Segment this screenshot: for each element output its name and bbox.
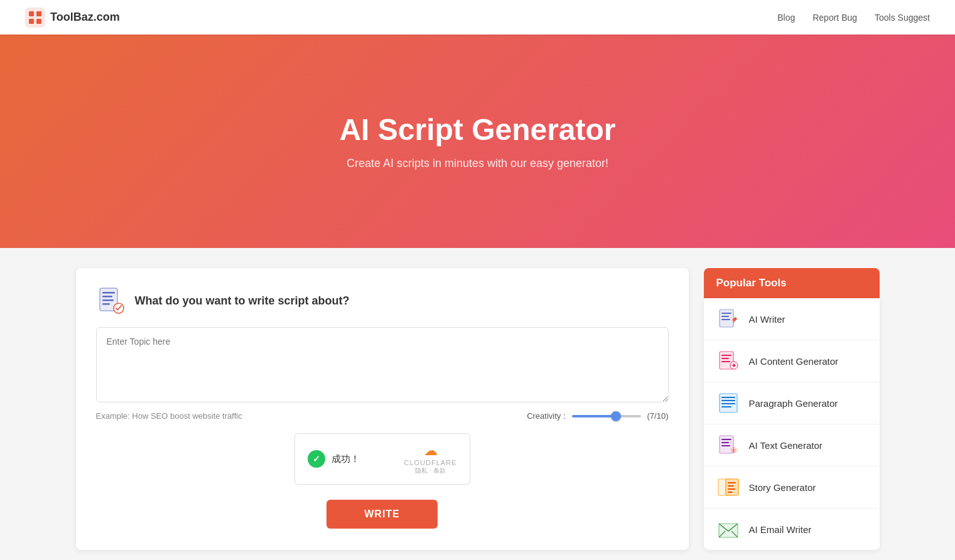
svg-rect-35 bbox=[726, 479, 738, 495]
sidebar-item-ai-text-generator[interactable]: T AI Text Generator bbox=[704, 424, 880, 466]
svg-rect-18 bbox=[721, 358, 729, 359]
hero-subtitle: Create AI scripts in minutes with our ea… bbox=[347, 157, 608, 170]
svg-rect-13 bbox=[721, 316, 729, 317]
cf-success-text: 成功！ bbox=[332, 453, 360, 465]
write-button[interactable]: WRITE bbox=[326, 500, 438, 529]
ai-email-writer-label: AI Email Writer bbox=[749, 524, 812, 535]
sidebar-item-ai-content-generator[interactable]: AI Content Generator bbox=[704, 340, 880, 382]
cloudflare-links: 隐私 · 条款 bbox=[415, 466, 445, 475]
svg-rect-26 bbox=[721, 403, 735, 404]
popular-tools-list: AI Writer AI Content Generator bbox=[704, 298, 880, 550]
sidebar-item-story-generator[interactable]: Story Generator bbox=[704, 466, 880, 509]
ai-content-generator-label: AI Content Generator bbox=[749, 356, 839, 367]
creativity-label: Creativity : bbox=[527, 411, 565, 421]
svg-rect-27 bbox=[721, 406, 731, 407]
svg-rect-2 bbox=[36, 11, 41, 16]
svg-rect-29 bbox=[721, 439, 731, 440]
svg-rect-11 bbox=[720, 310, 733, 327]
svg-rect-25 bbox=[721, 400, 735, 401]
svg-rect-39 bbox=[728, 492, 733, 493]
svg-rect-37 bbox=[728, 485, 734, 487]
svg-rect-1 bbox=[29, 11, 34, 16]
tool-card-header: What do you want to write script about? bbox=[96, 286, 669, 316]
creativity-area: Creativity : (7/10) bbox=[527, 411, 668, 421]
svg-rect-31 bbox=[721, 445, 730, 446]
svg-rect-8 bbox=[102, 299, 114, 301]
cf-checkmark: ✓ bbox=[308, 450, 325, 468]
svg-rect-12 bbox=[721, 313, 731, 314]
tool-card-title: What do you want to write script about? bbox=[135, 294, 350, 308]
nav-tools-suggest[interactable]: Tools Suggest bbox=[875, 13, 930, 23]
ai-email-writer-icon bbox=[716, 517, 740, 541]
creativity-value: (7/10) bbox=[647, 411, 669, 421]
topic-input[interactable] bbox=[96, 327, 669, 402]
nav-blog[interactable]: Blog bbox=[777, 13, 795, 23]
story-generator-label: Story Generator bbox=[749, 482, 816, 493]
header: ToolBaz.com Blog Report Bug Tools Sugges… bbox=[0, 0, 955, 35]
logo-icon bbox=[25, 8, 45, 28]
svg-rect-3 bbox=[29, 19, 34, 24]
hero-title: AI Script Generator bbox=[339, 112, 615, 147]
cloudflare-widget: ✓ 成功！ ☁ CLOUDFLARE 隐私 · 条款 bbox=[294, 433, 470, 485]
svg-rect-36 bbox=[728, 482, 736, 483]
svg-text:T: T bbox=[732, 448, 735, 454]
script-icon bbox=[96, 286, 126, 316]
ai-text-generator-icon: T bbox=[716, 433, 740, 457]
svg-rect-7 bbox=[102, 296, 112, 298]
sidebar-item-ai-writer[interactable]: AI Writer bbox=[704, 298, 880, 340]
paragraph-generator-icon bbox=[716, 391, 740, 415]
main-content: What do you want to write script about? … bbox=[26, 248, 930, 560]
svg-rect-14 bbox=[721, 319, 730, 320]
logo-area[interactable]: ToolBaz.com bbox=[25, 8, 120, 28]
sidebar: Popular Tools AI Writer bbox=[704, 268, 880, 550]
ai-writer-icon bbox=[716, 307, 740, 331]
paragraph-generator-label: Paragraph Generator bbox=[749, 398, 838, 409]
cloudflare-cloud-icon: ☁ bbox=[424, 443, 438, 459]
svg-rect-22 bbox=[733, 363, 735, 367]
cloudflare-brand: CLOUDFLARE bbox=[404, 459, 457, 466]
write-btn-wrap: WRITE bbox=[96, 500, 669, 529]
hero-banner: AI Script Generator Create AI scripts in… bbox=[0, 35, 955, 248]
svg-rect-17 bbox=[721, 355, 731, 356]
popular-tools-header: Popular Tools bbox=[704, 268, 880, 298]
svg-rect-38 bbox=[728, 488, 735, 490]
ai-writer-label: AI Writer bbox=[749, 314, 785, 325]
cf-logo-area: ☁ CLOUDFLARE 隐私 · 条款 bbox=[404, 443, 457, 475]
sidebar-item-paragraph-generator[interactable]: Paragraph Generator bbox=[704, 382, 880, 424]
svg-rect-6 bbox=[102, 292, 115, 294]
nav-report-bug[interactable]: Report Bug bbox=[812, 13, 857, 23]
cf-check-area: ✓ 成功！ bbox=[308, 450, 360, 468]
example-text: Example: How SEO boost website traffic bbox=[96, 411, 242, 421]
svg-rect-24 bbox=[721, 397, 735, 398]
ai-content-generator-icon bbox=[716, 349, 740, 373]
nav-links: Blog Report Bug Tools Suggest bbox=[777, 13, 930, 23]
svg-rect-0 bbox=[25, 8, 45, 28]
svg-rect-4 bbox=[36, 19, 41, 24]
creativity-slider[interactable] bbox=[572, 415, 641, 417]
tool-card: What do you want to write script about? … bbox=[76, 268, 689, 550]
textarea-footer: Example: How SEO boost website traffic C… bbox=[96, 411, 669, 421]
logo-text: ToolBaz.com bbox=[50, 11, 120, 24]
sidebar-item-ai-email-writer[interactable]: AI Email Writer bbox=[704, 509, 880, 550]
ai-text-generator-label: AI Text Generator bbox=[749, 440, 823, 451]
svg-rect-9 bbox=[102, 303, 110, 305]
svg-rect-19 bbox=[721, 361, 730, 362]
svg-rect-30 bbox=[721, 442, 729, 443]
story-generator-icon bbox=[716, 475, 740, 499]
